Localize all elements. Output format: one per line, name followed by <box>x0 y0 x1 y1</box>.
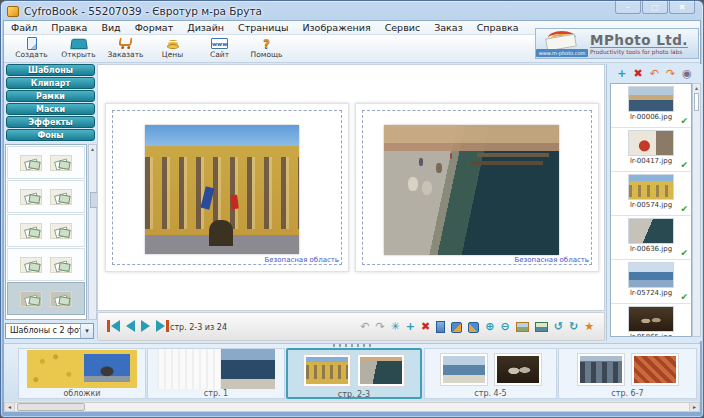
image-thumbnail[interactable] <box>628 130 674 156</box>
chevron-down-icon[interactable]: ▾ <box>80 324 93 338</box>
images-panel: + ✖ ↶ ↷ ◉ lr-00006.jpg ✔ lr-00417.jpg ✔ … <box>606 64 702 341</box>
menu-file[interactable]: Файл <box>4 21 44 35</box>
close-button[interactable]: ✖ <box>669 1 695 14</box>
title-bar[interactable]: CyfroBook - 55207039 - Євротур м-ра Брут… <box>7 3 603 19</box>
scrollbar-thumb[interactable] <box>17 403 85 411</box>
order-button[interactable]: Заказать <box>102 35 149 62</box>
image-list-item[interactable]: lr-00636.jpg ✔ <box>611 218 691 260</box>
rotate-right-icon[interactable]: ↷ <box>666 67 675 80</box>
remove-image-icon[interactable]: ✖ <box>633 67 642 80</box>
scroll-right-icon[interactable]: ▸ <box>689 403 699 411</box>
strip-cell-page-1[interactable]: стр. 1 <box>147 348 285 399</box>
create-button[interactable]: Создать <box>8 35 55 62</box>
image-list-item[interactable]: lr-00006.jpg ✔ <box>611 86 691 128</box>
rotate-left-icon[interactable]: ↶ <box>650 67 659 80</box>
photo-placeholder-icon <box>20 291 42 307</box>
menu-help[interactable]: Справка <box>470 21 526 35</box>
left-page-photo[interactable] <box>145 125 299 254</box>
tab-frames[interactable]: Рамки <box>6 90 95 102</box>
template-scrollbar[interactable]: ▴ <box>88 144 97 320</box>
strip-cell-covers[interactable]: обложки <box>18 348 146 399</box>
open-book-icon <box>71 37 87 50</box>
vendor-logo: www.m-photo.com MPhoto Ltd. Productivity… <box>535 28 699 59</box>
image-frame-icon[interactable] <box>516 322 529 332</box>
menu-images[interactable]: Изображения <box>295 21 377 35</box>
add-icon[interactable]: + <box>406 320 415 334</box>
scroll-left-icon[interactable]: ◂ <box>5 403 15 411</box>
menu-format[interactable]: Формат <box>128 21 181 35</box>
used-check-icon: ✔ <box>680 292 688 302</box>
tab-backgrounds[interactable]: Фоны <box>6 129 95 141</box>
image-list-item[interactable]: lr-00574.jpg ✔ <box>611 174 691 216</box>
preview-eye-icon[interactable]: ◉ <box>682 67 692 80</box>
image-thumbnail[interactable] <box>628 262 674 288</box>
template-item[interactable] <box>7 146 85 179</box>
splitter-grip[interactable] <box>333 344 371 347</box>
strip-cell-page-2-3[interactable]: стр. 2-3 <box>286 348 422 399</box>
strip-cell-page-4-5[interactable]: стр. 4-5 <box>424 348 557 399</box>
template-item[interactable] <box>7 180 85 213</box>
zoom-in-icon[interactable]: ⊕ <box>485 320 494 334</box>
minimize-button[interactable]: – <box>615 1 641 14</box>
tab-effects[interactable]: Эффекты <box>6 116 95 128</box>
template-filter-select[interactable]: Шаблоны с 2 фото ▾ <box>5 323 94 339</box>
menu-design[interactable]: Дизайн <box>180 21 231 35</box>
menu-order[interactable]: Заказ <box>427 21 470 35</box>
template-item-selected[interactable] <box>7 282 85 315</box>
zoom-out-icon[interactable]: ⊖ <box>500 320 509 334</box>
tab-masks[interactable]: Маски <box>6 103 95 115</box>
image-list-item[interactable]: lr-00417.jpg ✔ <box>611 130 691 172</box>
maximize-button[interactable]: □ <box>642 1 668 14</box>
image-thumbnail[interactable] <box>628 306 674 332</box>
prev-page-button[interactable] <box>126 320 135 332</box>
undo-icon[interactable]: ↶ <box>360 320 369 334</box>
last-page-button[interactable] <box>156 320 169 332</box>
image-list-item[interactable]: lr-05724.jpg ✔ <box>611 262 691 304</box>
arrange-icon[interactable]: ✳ <box>391 320 400 334</box>
rotate-ccw-icon[interactable]: ↺ <box>554 320 563 334</box>
image-fill-icon[interactable] <box>535 322 548 332</box>
menu-pages[interactable]: Страницы <box>231 21 295 35</box>
right-page[interactable]: Безопасная область <box>355 103 599 272</box>
used-check-icon: ✔ <box>680 116 688 126</box>
flip-forward-icon[interactable] <box>468 322 479 333</box>
page-icon[interactable] <box>436 321 445 333</box>
next-page-button[interactable] <box>141 320 150 332</box>
photo-placeholder-icon <box>20 155 42 171</box>
tab-clipart[interactable]: Клипарт <box>6 77 95 89</box>
menu-edit[interactable]: Правка <box>44 21 94 35</box>
right-page-photo[interactable] <box>384 125 559 255</box>
redo-icon[interactable]: ↷ <box>375 320 384 334</box>
next-page-icon <box>141 320 150 332</box>
site-button[interactable]: www Сайт <box>196 35 243 62</box>
add-image-icon[interactable]: + <box>617 67 626 80</box>
strip-scrollbar[interactable]: ◂ ▸ <box>4 402 700 412</box>
strip-cell-page-6-7[interactable]: стр. 6-7 <box>558 348 697 399</box>
image-thumbnail[interactable] <box>628 218 674 244</box>
template-item[interactable] <box>7 248 85 281</box>
left-page[interactable]: Безопасная область <box>105 103 349 272</box>
template-item[interactable] <box>7 214 85 247</box>
image-list-item[interactable]: lr-05865.jpg ✔ <box>611 306 691 337</box>
help-button[interactable]: ? Помощь <box>243 35 290 62</box>
first-page-button[interactable] <box>107 320 120 332</box>
flip-back-icon[interactable] <box>451 322 462 333</box>
scroll-up-icon[interactable]: ▴ <box>91 145 94 152</box>
tab-templates[interactable]: Шаблоны <box>6 64 95 76</box>
image-thumbnail[interactable] <box>628 174 674 200</box>
delete-icon[interactable]: ✖ <box>421 320 430 334</box>
image-thumbnail[interactable] <box>628 86 674 112</box>
menu-view[interactable]: Вид <box>94 21 127 35</box>
menu-service[interactable]: Сервис <box>378 21 428 35</box>
page3-thumbnail <box>358 355 404 386</box>
page-canvas[interactable]: Безопасная область Безопасная область <box>97 64 605 311</box>
rotate-cw-icon[interactable]: ↻ <box>569 320 578 334</box>
www-icon: www <box>211 37 228 50</box>
used-check-icon: ✔ <box>680 204 688 214</box>
image-list-scrollbar[interactable]: ▴ <box>692 83 701 337</box>
open-button[interactable]: Открыть <box>55 35 102 62</box>
scrollbar-thumb[interactable] <box>694 93 699 111</box>
prices-button[interactable]: Цены <box>149 35 196 62</box>
star-icon[interactable]: ★ <box>584 320 594 334</box>
scroll-up-icon[interactable]: ▴ <box>695 84 698 91</box>
